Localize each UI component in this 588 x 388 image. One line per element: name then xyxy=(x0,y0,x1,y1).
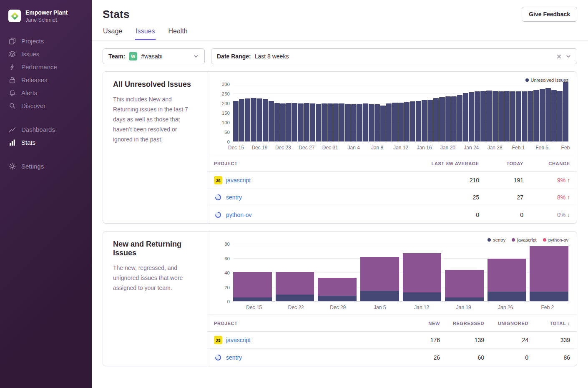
chart-bar xyxy=(498,91,504,142)
chart-bar xyxy=(463,93,468,142)
col-unignored: Unignored xyxy=(484,321,528,326)
project-link[interactable]: sentry xyxy=(226,194,242,201)
chart-bar xyxy=(310,103,315,142)
chart-bar xyxy=(493,91,498,142)
chart-bar xyxy=(540,89,545,142)
chart-bar xyxy=(469,92,474,142)
gear-icon xyxy=(9,163,16,170)
project-link[interactable]: python-ov xyxy=(226,212,251,218)
team-select[interactable]: Team: W #wasabi xyxy=(103,48,205,64)
sidebar-item-releases[interactable]: Releases xyxy=(0,73,92,86)
change-value: 0% ↓ xyxy=(523,212,570,218)
unresolved-issues-chart: Unresolved Issues 050100150200250300 Dec… xyxy=(207,72,577,155)
chart-bar xyxy=(274,103,280,142)
chart-bar xyxy=(480,91,486,142)
clear-icon[interactable] xyxy=(556,54,562,59)
chart-bar xyxy=(404,102,410,142)
sentry-platform-icon xyxy=(214,193,222,202)
chart-bar xyxy=(398,103,404,142)
chart-bar xyxy=(345,104,350,142)
tab-usage[interactable]: Usage xyxy=(103,25,123,40)
panel-description: This includes New and Returning issues i… xyxy=(113,94,197,144)
alerts-icon xyxy=(9,89,16,96)
chart-bar-segment xyxy=(403,292,442,302)
sidebar-item-performance[interactable]: Performance xyxy=(0,60,92,73)
tab-health[interactable]: Health xyxy=(168,25,188,40)
col-new: New xyxy=(393,321,440,326)
bars xyxy=(233,84,568,142)
chart-bar xyxy=(486,91,492,142)
sidebar-item-label: Settings xyxy=(21,163,44,170)
sidebar-item-projects[interactable]: Projects xyxy=(0,35,92,48)
legend-label: javascript xyxy=(517,237,536,242)
regressed-value: 139 xyxy=(440,337,484,343)
sidebar-item-discover[interactable]: Discover xyxy=(0,99,92,112)
chart-bar xyxy=(339,103,344,142)
sidebar-item-label: Discover xyxy=(21,102,45,109)
chart-bar xyxy=(533,90,539,142)
content: Team: W #wasabi Date Range: Last 8 weeks xyxy=(92,40,588,388)
chart-bar-segment xyxy=(276,272,314,294)
project-link[interactable]: javascript xyxy=(226,337,251,343)
col-regressed: Regressed xyxy=(440,321,484,326)
unignored-value: 0 xyxy=(484,354,528,361)
python-platform-icon xyxy=(214,211,222,219)
unresolved-panel-side: All Unresolved Issues This includes New … xyxy=(103,72,207,223)
org-switcher[interactable]: Empower Plant Jane Schmidt xyxy=(0,6,92,30)
date-range-value: Last 8 weeks xyxy=(255,53,289,60)
chart-bar xyxy=(510,91,515,142)
chart-bar xyxy=(292,103,297,142)
team-avatar: W xyxy=(129,52,137,60)
chart-bar-segment xyxy=(233,272,272,297)
table-row: JS javascript 176 139 24 339 xyxy=(207,332,577,349)
chart-bar xyxy=(233,101,239,142)
sidebar-item-dashboards[interactable]: Dashboards xyxy=(0,123,92,136)
panel-description: The new, regressed, and unignored issues… xyxy=(113,263,197,293)
chart-bar-segment xyxy=(487,292,526,302)
chart-bar-segment xyxy=(318,278,357,296)
legend-dot xyxy=(543,238,546,242)
stats-icon xyxy=(9,139,16,146)
chart-stacked-bar xyxy=(403,244,442,302)
chart-bar xyxy=(422,100,427,142)
main: Stats Give Feedback Usage Issues Health … xyxy=(92,0,588,388)
sentry-platform-icon xyxy=(214,353,222,362)
chart-bar xyxy=(304,103,309,142)
total-value: 86 xyxy=(528,354,570,361)
col-today: Today xyxy=(479,161,523,166)
chart-bar xyxy=(327,103,333,142)
sidebar-item-alerts[interactable]: Alerts xyxy=(0,86,92,99)
sidebar-item-label: Dashboards xyxy=(21,126,55,133)
chart-bar xyxy=(433,98,439,142)
project-link[interactable]: sentry xyxy=(226,354,242,361)
chart-stacked-bar xyxy=(318,244,357,302)
table-row: sentry 26 60 0 86 xyxy=(207,349,577,366)
sidebar-item-label: Stats xyxy=(21,139,35,146)
chart-bar xyxy=(333,103,339,142)
chart-bar xyxy=(351,104,357,142)
col-project: Project xyxy=(214,321,393,326)
sidebar-item-issues[interactable]: Issues xyxy=(0,48,92,60)
discover-icon xyxy=(9,102,16,109)
chart-bar-segment xyxy=(318,296,357,302)
sidebar-item-stats[interactable]: Stats xyxy=(0,136,92,149)
team-label: Team: xyxy=(108,53,125,60)
y-axis: 020406080 xyxy=(216,244,230,302)
chart-bar-segment xyxy=(445,270,484,297)
give-feedback-button[interactable]: Give Feedback xyxy=(522,7,577,22)
page-header: Stats Give Feedback Usage Issues Health xyxy=(92,0,588,40)
sidebar-item-settings[interactable]: Settings xyxy=(0,160,92,173)
project-link[interactable]: javascript xyxy=(226,177,251,184)
unignored-value: 24 xyxy=(484,337,528,343)
chart-bar xyxy=(427,100,433,142)
panel-title: New and Returning Issues xyxy=(113,240,197,257)
chart-bar xyxy=(410,101,415,142)
date-range-select[interactable]: Date Range: Last 8 weeks xyxy=(211,48,577,64)
tab-issues[interactable]: Issues xyxy=(135,25,155,40)
table-row: JS javascript 210 191 9% ↑ xyxy=(207,172,577,189)
new-returning-issues-panel: New and Returning Issues The new, regres… xyxy=(103,231,577,366)
chevron-down-icon xyxy=(193,53,199,59)
col-total-sort[interactable]: Total ↓ xyxy=(528,321,570,326)
legend-item: python-ov xyxy=(543,237,568,243)
legend-label: python-ov xyxy=(548,237,568,242)
